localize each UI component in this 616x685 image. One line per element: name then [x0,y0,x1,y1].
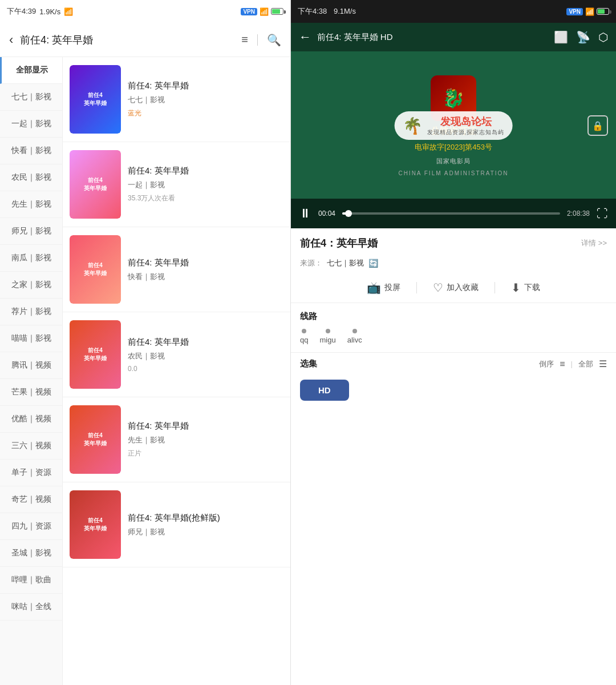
all-label: 全部 [578,359,593,369]
source-value: 七七｜影视 [327,258,364,268]
list-thumb-6: 前任4英年早婚 [70,490,121,559]
cast-label: 投屏 [384,283,400,293]
total-time: 2:08:38 [567,209,590,217]
film-certificate: 🐉 公映许可证 电审故字[2023]第453号 国家电影局 CHINA FILM… [398,75,508,176]
refresh-icon[interactable]: 🔄 [368,259,378,268]
list-item-meta-2: 35.3万人次在看 [128,194,283,203]
sidebar-item-miaomiao[interactable]: 喵喵｜影视 [0,325,62,352]
left-body: 全部显示 七七｜影视 一起｜影视 快看｜影视 农民｜影视 先生｜影视 师兄｜影视… [0,57,290,685]
player-top-bar: ← 前任4: 英年早婚 HD ⬜ 📡 ⬡ [291,23,616,51]
right-panel: 下午4:38 9.1M/s VPN 📶 ← 前任4: 英年早婚 HD ⬜ 📡 ⬡… [291,0,616,685]
download-button[interactable]: ⬇ 下载 [495,281,556,295]
list-item-source-4: 农民｜影视 [128,351,283,361]
list-item[interactable]: 前任4英年早婚 前任4: 英年早婚 快看｜影视 [63,227,290,312]
right-vpn-badge: VPN [566,8,583,15]
sidebar-item-zhijia[interactable]: 之家｜影视 [0,272,62,299]
list-item-meta-5: 正片 [128,449,283,458]
list-thumb-1: 前任4英年早婚 [70,65,121,134]
list-item-quality-1: 蓝光 [128,108,283,118]
sidebar-item-qiqi[interactable]: 七七｜影视 [0,84,62,111]
thumb-image-3: 前任4英年早婚 [70,235,121,304]
sidebar-item-qiyi[interactable]: 奇艺｜视频 [0,486,62,513]
list-item-title-6: 前任4: 英年早婚(抢鲜版) [128,513,283,523]
episodes-controls: 倒序 ≡ | 全部 ☰ [539,358,607,369]
route-list: qq migu alivc [291,327,616,352]
shield-icon[interactable]: ⬡ [598,30,608,44]
list-item[interactable]: 前任4英年早婚 前任4: 英年早婚 先生｜影视 正片 [63,397,290,482]
detail-link[interactable]: 详情 >> [581,238,607,248]
filter-icon[interactable]: ≡ [241,33,248,46]
route-name-alivc: alivc [347,336,362,344]
route-dot-migu [326,329,330,333]
progress-dot [345,210,352,217]
sidebar-item-xiansheng[interactable]: 先生｜影视 [0,191,62,218]
sort-icon[interactable]: ≡ [560,359,565,369]
route-name-qq: qq [300,336,308,344]
ep-divider: | [571,360,573,368]
left-signal-icon: 📶 [260,7,269,16]
hd-episode-button[interactable]: HD [300,380,349,401]
thumb-image-1: 前任4英年早婚 [70,65,121,134]
thumb-image-2: 前任4英年早婚 [70,150,121,219]
right-status-icons: VPN 📶 [566,7,609,16]
cast-icon: 📺 [367,281,381,295]
sidebar-item-youku[interactable]: 优酷｜视频 [0,406,62,433]
list-thumb-2: 前任4英年早婚 [70,150,121,219]
sidebar-item-manguo[interactable]: 芒果｜视频 [0,379,62,406]
movie-title: 前任4：英年早婚 [300,236,378,250]
left-header: ‹ 前任4: 英年早婚 ≡ 🔍 [0,23,290,57]
route-item-alivc[interactable]: alivc [347,329,362,344]
download-icon: ⬇ [511,281,521,295]
sidebar-item-sijiu[interactable]: 四九｜资源 [0,513,62,540]
pause-button[interactable]: ⏸ [299,206,311,221]
list-icon[interactable]: ☰ [599,358,607,369]
player-back-button[interactable]: ← [299,30,311,45]
cast-screen-icon[interactable]: ⬜ [554,30,568,44]
sidebar-item-nongmin[interactable]: 农民｜影视 [0,164,62,191]
video-player: ← 前任4: 英年早婚 HD ⬜ 📡 ⬡ 1920 × 804 🐉 公映许可证 … [291,23,616,228]
routes-title: 线路 [291,303,616,327]
left-header-icons: ≡ 🔍 [241,33,281,47]
back-button[interactable]: ‹ [9,33,13,47]
airplay-icon[interactable]: 📡 [576,30,590,44]
right-status-bar: 下午4:38 9.1M/s VPN 📶 [291,0,616,23]
episodes-section: 选集 倒序 ≡ | 全部 ☰ HD [291,352,616,412]
route-dot-qq [302,329,306,333]
heart-icon: ♡ [433,281,443,295]
sidebar-item-kuaikan[interactable]: 快看｜影视 [0,138,62,164]
route-item-migu[interactable]: migu [319,329,335,344]
sidebar-item-jianpian[interactable]: 荐片｜影视 [0,299,62,325]
fullscreen-button[interactable]: ⛶ [597,207,608,220]
cast-button[interactable]: 📺 投屏 [351,281,416,295]
sidebar-item-bili[interactable]: 哔哩｜歌曲 [0,567,62,594]
list-info-1: 前任4: 英年早婚 七七｜影视 蓝光 [128,65,283,134]
lock-icon: 🔒 [587,115,608,136]
sidebar-item-nangua[interactable]: 南瓜｜影视 [0,245,62,272]
left-header-title: 前任4: 英年早婚 [20,33,234,47]
route-dot-alivc [352,329,357,333]
left-speed: 1.9K/s [39,7,60,16]
right-content: 前任4：英年早婚 详情 >> 来源： 七七｜影视 🔄 📺 投屏 ♡ 加入收藏 ⬇… [291,228,616,685]
sidebar-item-migu[interactable]: 咪咕｜全线 [0,594,62,620]
sidebar-item-danzi[interactable]: 单子｜资源 [0,460,62,486]
right-status-left: 下午4:38 9.1M/s [298,6,356,17]
favorite-button[interactable]: ♡ 加入收藏 [417,281,495,295]
list-item[interactable]: 前任4英年早婚 前任4: 英年早婚 七七｜影视 蓝光 [63,57,290,142]
search-icon[interactable]: 🔍 [267,33,281,47]
list-item-title-4: 前任4: 英年早婚 [128,337,283,348]
list-item[interactable]: 前任4英年早婚 前任4: 英年早婚(抢鲜版) 师兄｜影视 [63,482,290,567]
thumb-image-4: 前任4英年早婚 [70,320,121,389]
list-item[interactable]: 前任4英年早婚 前任4: 英年早婚 农民｜影视 0.0 [63,312,290,397]
left-status-bar: 下午4:39 1.9K/s 📶 VPN 📶 [0,0,290,23]
sidebar-item-tengxun[interactable]: 腾讯｜视频 [0,352,62,379]
sidebar-item-sanliu[interactable]: 三六｜视频 [0,433,62,460]
sidebar-item-yiqi[interactable]: 一起｜影视 [0,111,62,138]
list-info-5: 前任4: 英年早婚 先生｜影视 正片 [128,405,283,474]
sidebar-item-shixiong[interactable]: 师兄｜影视 [0,218,62,245]
source-label: 来源： [300,258,322,268]
route-item-qq[interactable]: qq [300,329,308,344]
sidebar-item-shengcheng[interactable]: 圣城｜影视 [0,540,62,567]
progress-bar[interactable] [342,212,560,215]
sidebar-item-all[interactable]: 全部显示 [0,57,62,84]
list-item[interactable]: 前任4英年早婚 前任4: 英年早婚 一起｜影视 35.3万人次在看 [63,142,290,227]
